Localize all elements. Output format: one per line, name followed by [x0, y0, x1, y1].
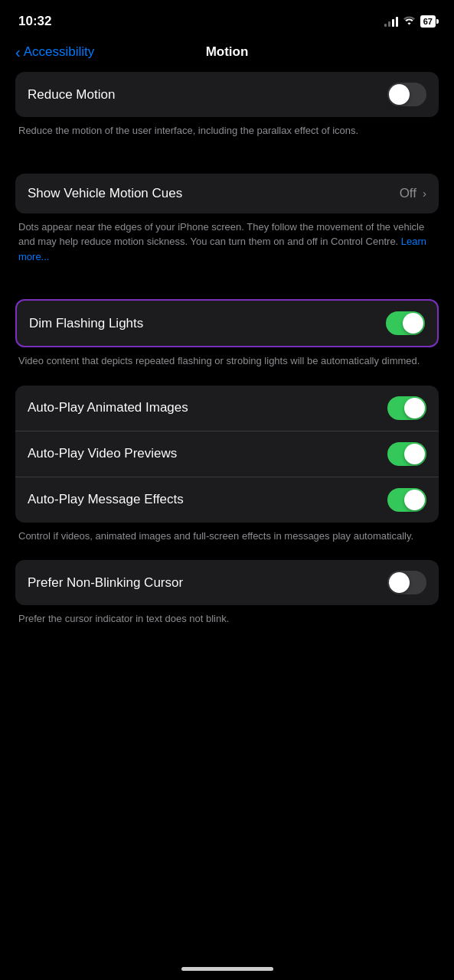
battery-level: 67: [423, 17, 433, 26]
auto-play-group: Auto-Play Animated Images Auto-Play Vide…: [15, 386, 439, 555]
back-label: Accessibility: [24, 44, 95, 60]
back-chevron-icon: ‹: [15, 44, 21, 61]
cursor-row[interactable]: Prefer Non-Blinking Cursor: [15, 560, 439, 605]
reduce-motion-description: Reduce the motion of the user interface,…: [15, 117, 439, 149]
auto-play-images-label: Auto-Play Animated Images: [28, 400, 188, 415]
reduce-motion-label: Reduce Motion: [28, 87, 115, 103]
vehicle-motion-group: Show Vehicle Motion Cues Off › Dots appe…: [15, 174, 439, 275]
vehicle-motion-label: Show Vehicle Motion Cues: [28, 186, 182, 201]
auto-play-images-row[interactable]: Auto-Play Animated Images: [15, 386, 439, 431]
auto-play-message-row[interactable]: Auto-Play Message Effects: [15, 477, 439, 523]
status-bar: 10:32 67: [0, 0, 454, 38]
cursor-knob: [389, 572, 410, 593]
reduce-motion-row[interactable]: Reduce Motion: [15, 72, 439, 117]
content-area: Reduce Motion Reduce the motion of the u…: [0, 72, 454, 637]
vehicle-motion-value: Off ›: [400, 186, 426, 201]
back-button[interactable]: ‹ Accessibility: [15, 44, 94, 61]
reduce-motion-card: Reduce Motion: [15, 72, 439, 117]
reduce-motion-knob: [389, 84, 410, 105]
vehicle-motion-row[interactable]: Show Vehicle Motion Cues Off ›: [15, 174, 439, 213]
auto-play-description: Control if videos, animated images and f…: [15, 523, 439, 555]
auto-play-message-label: Auto-Play Message Effects: [28, 492, 184, 507]
reduce-motion-group: Reduce Motion Reduce the motion of the u…: [15, 72, 439, 149]
dim-flashing-description: Video content that depicts repeated flas…: [15, 347, 439, 379]
auto-play-video-toggle[interactable]: [387, 442, 426, 466]
cursor-group: Prefer Non-Blinking Cursor Prefer the cu…: [15, 560, 439, 637]
auto-play-card: Auto-Play Animated Images Auto-Play Vide…: [15, 386, 439, 523]
battery-icon: 67: [420, 15, 436, 28]
cursor-label: Prefer Non-Blinking Cursor: [28, 575, 183, 591]
auto-play-video-knob: [404, 444, 425, 464]
learn-more-link[interactable]: Learn more...: [18, 236, 426, 262]
signal-icon: [384, 16, 398, 27]
vehicle-motion-card: Show Vehicle Motion Cues Off ›: [15, 174, 439, 213]
page-title: Motion: [206, 44, 249, 60]
auto-play-message-knob: [404, 490, 425, 510]
status-icons: 67: [384, 15, 436, 28]
reduce-motion-toggle[interactable]: [387, 83, 426, 106]
dim-flashing-toggle[interactable]: [386, 311, 425, 335]
home-indicator: [181, 967, 273, 971]
cursor-card: Prefer Non-Blinking Cursor: [15, 560, 439, 605]
wifi-icon: [403, 15, 416, 28]
dim-flashing-knob: [403, 313, 423, 334]
cursor-toggle[interactable]: [387, 571, 426, 594]
auto-play-message-toggle[interactable]: [387, 488, 426, 512]
auto-play-images-knob: [404, 398, 425, 418]
vehicle-motion-description: Dots appear near the edges of your iPhon…: [15, 213, 439, 275]
dim-flashing-label: Dim Flashing Lights: [29, 316, 143, 331]
dim-flashing-group: Dim Flashing Lights Video content that d…: [15, 299, 439, 379]
vehicle-motion-chevron-icon: ›: [423, 187, 426, 200]
auto-play-images-toggle[interactable]: [387, 396, 426, 420]
dim-flashing-row[interactable]: Dim Flashing Lights: [17, 301, 437, 346]
cursor-description: Prefer the cursor indicator in text does…: [15, 605, 439, 637]
vehicle-motion-off-label: Off: [400, 186, 416, 201]
dim-flashing-card: Dim Flashing Lights: [15, 299, 439, 347]
auto-play-video-row[interactable]: Auto-Play Video Previews: [15, 431, 439, 477]
status-time: 10:32: [18, 14, 51, 29]
auto-play-video-label: Auto-Play Video Previews: [28, 446, 177, 461]
nav-header: ‹ Accessibility Motion: [0, 38, 454, 72]
